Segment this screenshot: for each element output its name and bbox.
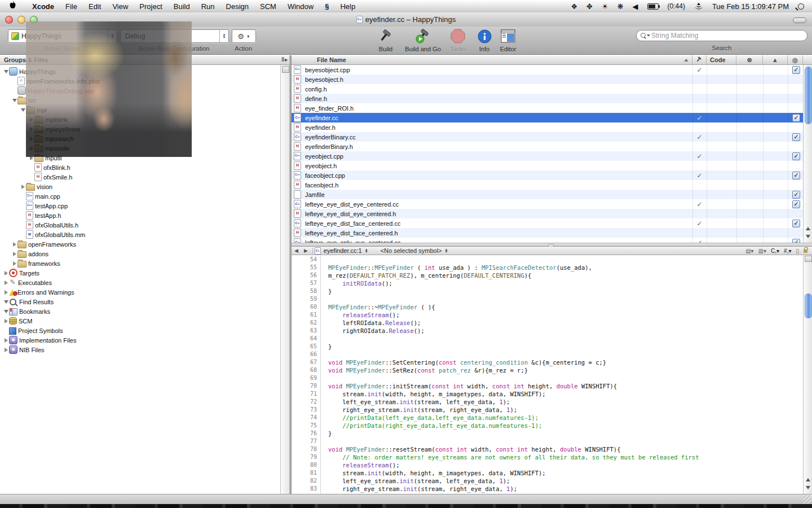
disclosure-open-icon[interactable]	[20, 108, 26, 112]
editor-scrollbar[interactable]	[803, 255, 812, 494]
sidebar-item-executables[interactable]: ✎Executables	[0, 278, 280, 287]
sidebar-item-testapp-cpp[interactable]: C++testApp.cpp	[0, 201, 280, 211]
editor-button[interactable]: Editor	[494, 27, 522, 52]
wifi-icon[interactable]	[694, 3, 703, 10]
file-popup-stepper[interactable]: ▲▼	[365, 248, 368, 253]
included-files-icon[interactable]: ▯	[796, 248, 799, 254]
info-button[interactable]: Info	[472, 27, 497, 52]
symbol-popup-stepper[interactable]: ▲▼	[445, 248, 448, 253]
sidebar-item-ofxglobalutils-mm[interactable]: MofxGlobalUtils.mm	[0, 230, 280, 239]
sidebar-splitview-button[interactable]	[282, 66, 289, 73]
table-row[interactable]: C+lefteye_eye_only_eye_centered.cc✓✓	[292, 238, 803, 243]
column-target[interactable]: ◎	[788, 55, 803, 65]
disclosure-closed-icon[interactable]	[3, 319, 9, 323]
sidebar-scrollbar[interactable]	[280, 65, 289, 494]
search-options-chevron[interactable]	[647, 34, 650, 37]
brightness-icon[interactable]: ☀	[602, 2, 608, 11]
scroll-up-arrow[interactable]	[806, 227, 810, 230]
action-button[interactable]: ⚙ ▼	[232, 29, 256, 43]
target-membership-checkbox[interactable]: ✓	[792, 133, 800, 141]
menu-build[interactable]: Build	[168, 2, 196, 11]
sidebar-item-targets[interactable]: Targets	[0, 268, 280, 278]
table-row[interactable]: C++eyeobject.cpp✓✓	[292, 151, 803, 161]
table-row[interactable]: Hdefine.h	[292, 94, 803, 103]
column-build[interactable]	[692, 55, 707, 65]
table-row[interactable]: HeyefinderBinary.h	[292, 142, 803, 151]
target-membership-checkbox[interactable]: ✓	[792, 239, 800, 243]
sidebar-item-vision[interactable]: vision	[0, 182, 280, 191]
sidebar-item-ofxsmile-h[interactable]: HofxSmile.h	[0, 172, 280, 182]
menu-view[interactable]: View	[107, 2, 134, 11]
disclosure-open-icon[interactable]	[3, 300, 9, 304]
sidebar-item-src[interactable]: src	[0, 95, 280, 105]
disclosure-closed-icon[interactable]	[3, 290, 9, 295]
scroll-up-arrow[interactable]	[806, 478, 810, 481]
sidebar-item-mpi[interactable]: mpi	[0, 105, 280, 115]
line-number-menu-button[interactable]: #,▾	[784, 248, 791, 254]
disclosure-closed-icon[interactable]	[11, 242, 17, 247]
disclosure-open-icon[interactable]	[3, 310, 9, 313]
sidebar-item-happythings[interactable]: HappyThings	[0, 67, 280, 76]
split-editor-button[interactable]	[805, 256, 812, 262]
table-row[interactable]: C+eyefinder.cc✓✓	[292, 113, 803, 122]
spotlight-icon[interactable]	[798, 3, 804, 10]
disclosure-closed-icon[interactable]	[3, 271, 9, 275]
sidebar-item-mputil[interactable]: mputil	[0, 153, 280, 163]
table-row[interactable]: Hbeyesobject.h	[292, 75, 803, 84]
sidebar-item-ofxglobalutils-h[interactable]: HofxGlobalUtils.h	[0, 220, 280, 230]
disclosure-closed-icon[interactable]	[28, 146, 34, 151]
target-membership-checkbox[interactable]: ✓	[792, 172, 800, 179]
lock-icon[interactable]	[804, 249, 807, 253]
menu-file[interactable]: File	[60, 2, 83, 11]
menu-edit[interactable]: Edit	[83, 2, 107, 11]
target-membership-checkbox[interactable]: ✓	[792, 66, 800, 74]
disclosure-closed-icon[interactable]	[3, 348, 9, 352]
column-code[interactable]: Code	[707, 55, 736, 65]
sidebar-item-mpismile[interactable]: mpismile	[0, 143, 280, 153]
menu-clock[interactable]: Tue Feb 15 1:09:47 PM	[712, 2, 789, 11]
target-membership-checkbox[interactable]: ✓	[792, 114, 800, 122]
table-row[interactable]: C+lefteye_eye_dist_eye_centered.cc✓✓	[292, 199, 803, 209]
sidebar-item-ofxblink-h[interactable]: HofxBlink.h	[0, 163, 280, 172]
forward-button[interactable]: ▶	[301, 248, 311, 253]
sidebar-collapse-control[interactable]: ‖▸	[281, 56, 288, 63]
sidebar-item-mpiblink[interactable]: mpiblink	[0, 115, 280, 124]
sidebar-item-testapp-h[interactable]: HtestApp.h	[0, 211, 280, 220]
sidebar-item-happythingsdebug-app[interactable]: HappyThingsDebug.app	[0, 86, 280, 95]
scroll-down-arrow[interactable]	[806, 235, 810, 238]
disclosure-open-icon[interactable]	[11, 99, 17, 102]
table-row[interactable]: Heyefinder.h	[292, 122, 803, 132]
sidebar-item-nib-files[interactable]: ✱NIB Files	[0, 345, 280, 354]
menu-xcode[interactable]: Xcode	[27, 2, 60, 11]
menu-project[interactable]: Project	[134, 2, 167, 11]
tasks-button[interactable]: Tasks	[442, 27, 474, 52]
column-errors[interactable]: ⊗	[736, 55, 763, 65]
resize-grip[interactable]	[804, 496, 811, 503]
back-button[interactable]: ◀	[292, 248, 301, 253]
counterpart-menu-button[interactable]: C,▾	[771, 248, 779, 254]
table-row[interactable]: Jamfile✓	[292, 190, 803, 199]
disclosure-closed-icon[interactable]	[28, 156, 34, 160]
bookmarks-menu-icon[interactable]: ▤▾	[745, 248, 753, 254]
document-proxy-icon[interactable]: C+	[356, 16, 363, 23]
sidebar-item-frameworks[interactable]: frameworks	[0, 259, 280, 268]
dropbox-icon[interactable]: ❖	[571, 2, 577, 11]
table-row[interactable]: Hlefteye_eye_dist_eye_centered.h	[292, 209, 803, 218]
breakpoints-menu-icon[interactable]: ▥▾	[758, 248, 766, 254]
menu-help[interactable]: Help	[334, 2, 361, 11]
search-input[interactable]	[636, 30, 807, 41]
table-row[interactable]: C+eyefinderBinary.cc✓✓	[292, 132, 803, 142]
editor-splitter[interactable]	[292, 243, 812, 247]
disclosure-closed-icon[interactable]	[28, 117, 34, 122]
sidebar-item-bookmarks[interactable]: Bookmarks	[0, 306, 280, 316]
sidebar-item-openframeworks[interactable]: openFrameworks	[0, 239, 280, 249]
script-menu-icon[interactable]: §	[319, 2, 334, 11]
toolbar-toggle-button[interactable]	[793, 17, 806, 23]
target-membership-checkbox[interactable]: ✓	[792, 200, 800, 208]
disclosure-closed-icon[interactable]	[28, 127, 34, 132]
build-button[interactable]: Build	[366, 27, 405, 52]
sidebar-header[interactable]: Groups & Files ‖▸	[0, 55, 289, 65]
table-row[interactable]: Hconfig.h	[292, 84, 803, 94]
sidebar-item-find-results[interactable]: Find Results	[0, 297, 280, 306]
disclosure-closed-icon[interactable]	[28, 137, 34, 141]
